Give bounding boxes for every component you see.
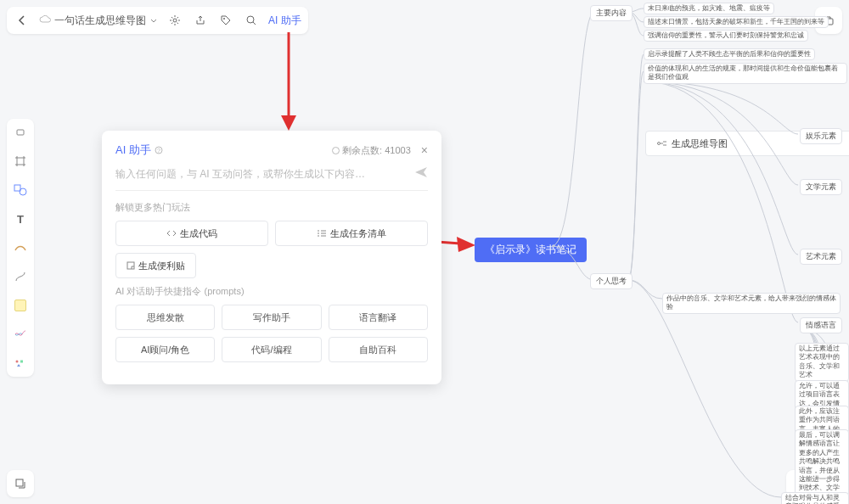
ai-prompt-input[interactable] — [115, 168, 406, 180]
svg-text:?: ? — [157, 148, 160, 154]
settings-icon[interactable] — [166, 12, 183, 29]
mm-node-personal-thinking[interactable]: 个人思考 — [590, 273, 633, 289]
svg-rect-6 — [14, 185, 20, 191]
chip-generate-code[interactable]: 生成代码 — [115, 221, 268, 246]
svg-rect-4 — [17, 130, 24, 135]
mm-leaf[interactable]: 结合对骨与人和灵童双眼作品的感受和理解 — [781, 492, 849, 504]
mm-node-emotion[interactable]: 情感语言 — [800, 317, 842, 333]
chip-generate-sticky[interactable]: 生成便利贴 — [115, 253, 196, 278]
svg-rect-15 — [127, 262, 134, 269]
tool-cursor[interactable] — [12, 124, 29, 141]
svg-rect-5 — [17, 158, 24, 165]
mm-leaf[interactable]: 以上元素通过艺术表现中的音乐、文学和艺术 — [795, 343, 849, 382]
mm-leaf[interactable]: 强调信仰的重要性，警示人们要时刻保持警觉和忠诚 — [644, 30, 808, 42]
search-icon[interactable] — [243, 12, 260, 29]
tool-shape[interactable] — [12, 182, 29, 199]
layers-icon — [14, 478, 26, 490]
ai-panel-title: AI 助手 ? — [115, 143, 163, 158]
svg-point-13 — [333, 147, 340, 154]
mm-node-literature[interactable]: 文学元素 — [800, 179, 842, 195]
mm-leaf[interactable]: 描述末日情景，包括天象的破坏和新生，千年王国的到来等 — [644, 16, 829, 28]
prompt-diverge[interactable]: 思维发散 — [115, 305, 215, 330]
code-icon — [166, 229, 177, 238]
tool-frame[interactable] — [12, 153, 29, 170]
svg-point-0 — [173, 19, 177, 22]
mm-node-entertainment[interactable]: 娱乐元素 — [800, 128, 842, 144]
tasklist-icon — [317, 229, 327, 238]
close-button[interactable]: × — [421, 143, 428, 157]
mm-node-art[interactable]: 艺术元素 — [800, 249, 842, 265]
sticky-icon — [127, 261, 135, 270]
tool-text[interactable]: T — [12, 210, 29, 227]
tool-more[interactable] — [12, 355, 29, 372]
prompt-consultant[interactable]: AI顾问/角色 — [115, 337, 215, 362]
bottom-left-button[interactable] — [7, 470, 34, 497]
left-tool-rail: T — [7, 119, 34, 377]
credits-label: 剩余点数: 41003 — [332, 144, 411, 157]
prompt-wiki[interactable]: 自助百科 — [329, 337, 428, 362]
svg-point-1 — [223, 18, 225, 20]
chip-generate-tasklist[interactable]: 生成任务清单 — [275, 221, 428, 246]
prompt-translate[interactable]: 语言翻译 — [329, 305, 428, 330]
svg-point-7 — [20, 188, 26, 195]
tool-sticky-note[interactable] — [12, 297, 29, 314]
ai-assistant-button[interactable]: AI 助手 — [268, 14, 301, 28]
tool-pen[interactable] — [12, 239, 29, 256]
mm-leaf[interactable]: 启示录提醒了人类不顾生态平衡的后果和信仰的重要性 — [644, 48, 815, 60]
send-button[interactable] — [414, 166, 428, 182]
prompt-code[interactable]: 代码/编程 — [222, 337, 321, 362]
svg-rect-10 — [16, 479, 23, 486]
tool-mindmap[interactable] — [12, 326, 29, 343]
tag-icon[interactable] — [217, 12, 234, 29]
mindmap-area[interactable]: 主要内容 个人思考 末日来临的预兆，如灾难、地震、瘟疫等 描述末日情景，包括天象… — [543, 0, 849, 504]
export-icon[interactable] — [192, 12, 209, 29]
mm-leaf[interactable]: 价值的体现和人的生活的规束，那时间提供和生命价值能包裹着是我们价值观 — [644, 63, 847, 84]
document-title-wrap[interactable]: 一句话生成思维导图 — [39, 14, 158, 28]
prompt-writing[interactable]: 写作助手 — [222, 305, 321, 330]
svg-point-2 — [247, 16, 254, 23]
annotation-arrow-1 — [276, 32, 301, 131]
cloud-icon — [39, 14, 51, 26]
mm-leaf[interactable]: 作品中的音乐、文学和艺术元素，给人带来强烈的情感体验 — [662, 293, 841, 314]
chevron-left-icon — [17, 15, 27, 25]
mm-node-main-content[interactable]: 主要内容 — [590, 5, 633, 21]
back-button[interactable] — [14, 12, 31, 29]
ai-assistant-panel: AI 助手 ? 剩余点数: 41003 × 解锁更多热门玩法 生成思维导图 生成… — [102, 131, 441, 384]
mm-leaf[interactable]: 末日来临的预兆，如灾难、地震、瘟疫等 — [644, 3, 774, 14]
svg-point-8 — [16, 361, 19, 363]
help-icon[interactable]: ? — [155, 146, 163, 154]
section-prompts-label: AI 对话助手快捷指令 (prompts) — [115, 285, 428, 298]
section-hot-label: 解锁更多热门玩法 — [115, 201, 428, 214]
svg-rect-9 — [20, 361, 23, 363]
tool-connector[interactable] — [12, 268, 29, 285]
document-title: 一句话生成思维导图 — [54, 14, 146, 28]
chevron-down-icon — [149, 16, 158, 25]
top-toolbar: 一句话生成思维导图 AI 助手 — [7, 7, 308, 34]
